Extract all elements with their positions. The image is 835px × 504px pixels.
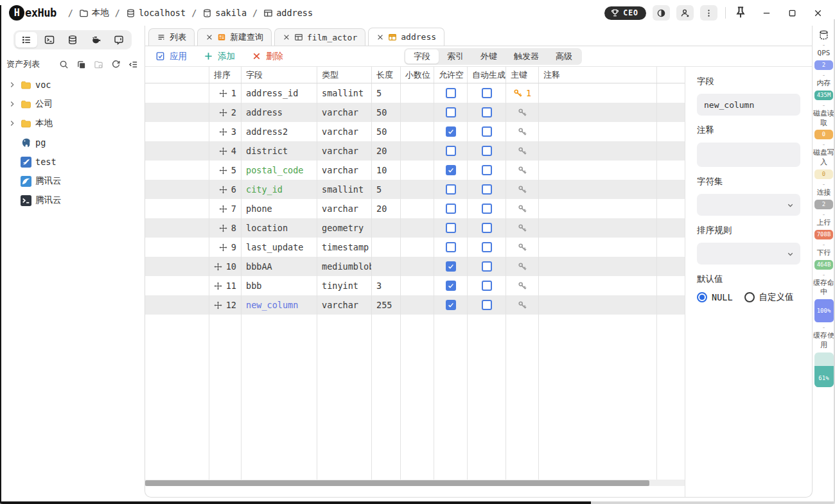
field-name-cell[interactable]: city_id — [242, 180, 317, 199]
key-icon[interactable] — [518, 300, 527, 310]
tree-item-pg[interactable]: pg — [0, 133, 145, 152]
comment-cell[interactable] — [539, 122, 657, 141]
field-length-cell[interactable]: 5 — [372, 83, 401, 103]
auto-generate-checkbox[interactable] — [482, 88, 492, 98]
terminal-view-button[interactable] — [39, 32, 60, 48]
field-length-cell[interactable]: 50 — [372, 103, 401, 122]
search-icon[interactable] — [59, 60, 69, 69]
row-select-cell[interactable] — [145, 141, 209, 161]
field-decimals-cell[interactable] — [401, 141, 434, 161]
nullable-checkbox[interactable] — [446, 281, 456, 291]
tab-close-icon[interactable] — [206, 33, 213, 41]
nullable-checkbox[interactable] — [446, 88, 456, 98]
field-length-cell[interactable]: 20 — [372, 199, 401, 218]
field-decimals-cell[interactable] — [401, 199, 434, 218]
move-handle-icon[interactable] — [219, 109, 227, 117]
row-select-cell[interactable] — [145, 218, 209, 238]
comment-cell[interactable] — [539, 257, 657, 276]
row-select-cell[interactable] — [145, 83, 209, 103]
tab-address[interactable]: address — [368, 28, 444, 46]
add-column-button[interactable]: 添加 — [204, 51, 235, 62]
row-select-cell[interactable] — [145, 295, 209, 315]
field-decimals-cell[interactable] — [401, 295, 434, 315]
refresh-icon[interactable] — [111, 60, 121, 69]
nullable-checkbox[interactable] — [446, 184, 456, 195]
key-icon[interactable] — [518, 262, 527, 272]
tree-item-本地[interactable]: 本地 — [0, 114, 145, 133]
breadcrumb-item[interactable]: 本地 — [79, 7, 109, 19]
minimize-button[interactable] — [759, 6, 773, 20]
move-handle-icon[interactable] — [219, 243, 227, 252]
field-decimals-cell[interactable] — [401, 161, 434, 180]
field-type-cell[interactable]: varchar — [317, 122, 372, 141]
breadcrumb-item[interactable]: localhost — [126, 8, 186, 18]
move-handle-icon[interactable] — [214, 301, 222, 309]
copy-icon[interactable] — [76, 60, 86, 69]
move-handle-icon[interactable] — [219, 166, 227, 175]
more-menu-button[interactable] — [700, 5, 717, 21]
segment-索引[interactable]: 索引 — [439, 49, 472, 64]
field-length-cell[interactable] — [372, 257, 401, 276]
move-handle-icon[interactable] — [219, 224, 227, 232]
nullable-checkbox[interactable] — [446, 126, 456, 137]
tab-新建查询[interactable]: 新建查询 — [197, 28, 272, 46]
key-icon[interactable] — [518, 243, 527, 252]
field-type-cell[interactable]: varchar — [317, 295, 372, 315]
field-type-cell[interactable]: tinyint — [317, 276, 372, 295]
field-decimals-cell[interactable] — [401, 238, 434, 257]
auto-generate-checkbox[interactable] — [482, 184, 492, 195]
tree-item-腾讯云[interactable]: 腾讯云 — [0, 191, 145, 210]
key-icon[interactable] — [518, 146, 527, 156]
key-icon[interactable] — [518, 223, 527, 233]
field-name-cell[interactable]: location — [242, 218, 317, 238]
tree-item-公司[interactable]: 公司 — [0, 94, 145, 114]
auto-generate-checkbox[interactable] — [482, 165, 492, 175]
tab-列表[interactable]: 列表 — [148, 28, 195, 46]
row-select-cell[interactable] — [145, 238, 209, 257]
teapot-view-button[interactable] — [85, 32, 107, 48]
delete-column-button[interactable]: 删除 — [252, 51, 283, 62]
move-handle-icon[interactable] — [214, 263, 222, 271]
key-icon[interactable] — [518, 108, 527, 117]
move-handle-icon[interactable] — [219, 205, 227, 213]
field-decimals-cell[interactable] — [401, 180, 434, 199]
key-icon[interactable] — [518, 127, 527, 137]
chat-view-button[interactable] — [108, 32, 130, 48]
auto-generate-checkbox[interactable] — [482, 146, 492, 156]
move-handle-icon[interactable] — [214, 282, 222, 290]
tree-item-test[interactable]: test — [0, 152, 145, 171]
tab-close-icon[interactable] — [376, 33, 384, 41]
tab-close-icon[interactable] — [283, 33, 290, 41]
field-name-cell[interactable]: address2 — [242, 122, 317, 141]
nullable-checkbox[interactable] — [446, 107, 456, 117]
move-handle-icon[interactable] — [219, 186, 227, 194]
tab-film_actor[interactable]: film_actor — [274, 28, 365, 46]
field-decimals-cell[interactable] — [401, 276, 434, 295]
nullable-checkbox[interactable] — [446, 204, 456, 214]
comment-cell[interactable] — [539, 276, 657, 295]
field-length-cell[interactable]: 50 — [372, 122, 401, 141]
field-type-cell[interactable]: varchar — [317, 141, 372, 161]
field-length-cell[interactable] — [372, 218, 401, 238]
field-name-input[interactable] — [697, 94, 800, 116]
field-type-cell[interactable]: timestamp — [317, 238, 372, 257]
auto-generate-checkbox[interactable] — [482, 204, 492, 214]
field-type-cell[interactable]: varchar — [317, 103, 372, 122]
maximize-button[interactable] — [785, 6, 799, 20]
field-type-cell[interactable]: smallint — [317, 83, 372, 103]
nullable-checkbox[interactable] — [446, 242, 456, 252]
field-type-cell[interactable]: varchar — [317, 161, 372, 180]
field-length-cell[interactable]: 3 — [372, 276, 401, 295]
tree-item-voc[interactable]: voc — [0, 75, 145, 94]
segment-外键[interactable]: 外键 — [472, 49, 505, 64]
row-select-cell[interactable] — [145, 276, 209, 295]
apply-button[interactable]: 应用 — [155, 51, 187, 62]
field-length-cell[interactable]: 10 — [372, 161, 401, 180]
auto-generate-checkbox[interactable] — [482, 261, 492, 272]
field-type-cell[interactable]: varchar — [317, 199, 372, 218]
nullable-checkbox[interactable] — [446, 261, 456, 272]
row-select-cell[interactable] — [145, 199, 209, 218]
new-folder-icon[interactable] — [94, 60, 103, 69]
auto-generate-checkbox[interactable] — [482, 281, 492, 291]
move-handle-icon[interactable] — [219, 128, 227, 136]
